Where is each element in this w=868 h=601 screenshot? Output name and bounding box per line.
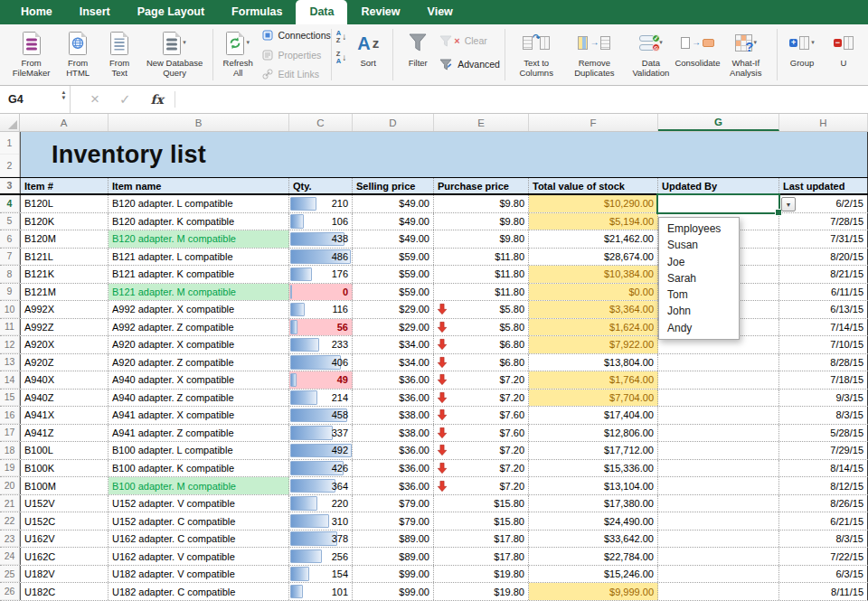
cell-total-value[interactable]: $10,290.00 [529,195,658,212]
cell-updated-by[interactable] [658,566,779,583]
cell-selling-price[interactable]: $49.00 [353,213,434,230]
cell-total-value[interactable]: $17,404.00 [529,407,658,424]
cell-total-value[interactable]: $1,624.00 [529,319,658,336]
cell-last-updated[interactable]: 7/22/15 [779,548,868,565]
cell-item-number[interactable]: U182C [20,583,108,600]
name-box[interactable]: G4 ▴▾ [0,86,71,113]
connections-button[interactable]: Connections [262,26,330,44]
row-number[interactable]: 3 [0,178,20,193]
row-number[interactable]: 1 [0,132,19,155]
refresh-all-button[interactable]: ▾ Refresh All [218,28,258,79]
consolidate-button[interactable]: → Consolidate [677,28,717,70]
cell-purchase-price[interactable]: $7.20 [434,460,529,477]
cell-purchase-price[interactable]: $7.60 [434,425,529,442]
cell-purchase-price[interactable]: $6.80 [434,354,529,371]
cell-last-updated[interactable]: 8/11/15 [779,583,868,600]
title-banner[interactable]: Inventory list [20,132,868,177]
cell-selling-price[interactable]: $79.00 [353,512,434,530]
cell-selling-price[interactable]: $59.00 [353,284,434,301]
cell-qty[interactable]: 406 [289,354,353,371]
cell-item-name[interactable]: A940 adapter. X compatible [108,371,289,389]
cell-total-value[interactable]: $24,490.00 [529,512,658,530]
cell-item-name[interactable]: A941 adapter. Z compatible [108,425,289,442]
cell-selling-price[interactable]: $38.00 [353,425,434,442]
row-number[interactable]: 19 [0,460,20,477]
cell-last-updated[interactable]: 8/3/15 [779,407,868,424]
row-number[interactable]: 14 [0,371,20,389]
row-number[interactable]: 10 [0,301,20,318]
cell-updated-by[interactable] [658,442,779,459]
cell-selling-price[interactable]: $59.00 [353,266,434,283]
cell-item-number[interactable]: A941Z [20,425,108,442]
cell-total-value[interactable]: $13,804.00 [529,354,658,371]
cell-qty[interactable]: 310 [289,512,353,530]
cell-last-updated[interactable]: 9/3/15 [779,390,868,407]
cell-last-updated[interactable]: 5/28/15 [779,425,868,442]
cell-item-number[interactable]: A992X [20,301,108,318]
cell-total-value[interactable]: $17,380.00 [529,495,658,512]
sort-button[interactable]: Az Sort [348,28,388,70]
cell-updated-by[interactable] [658,583,779,600]
cell-selling-price[interactable]: $36.00 [353,477,434,494]
cell-updated-by[interactable] [658,495,779,512]
cell-total-value[interactable]: $7,922.00 [529,336,658,353]
cell-total-value[interactable]: $12,806.00 [529,425,658,442]
row-number[interactable]: 20 [0,477,20,494]
column-header-D[interactable]: D [353,114,434,131]
cell-last-updated[interactable]: 8/3/15 [779,531,868,548]
cell-selling-price[interactable]: $79.00 [353,495,434,512]
cell-total-value[interactable]: $5,194.00 [529,213,658,230]
cell-purchase-price[interactable]: $17.80 [434,531,529,548]
ribbon-tab-view[interactable]: View [414,0,467,24]
row-number[interactable]: 6 [0,230,20,248]
cell-last-updated[interactable]: 6/13/15 [779,301,868,318]
row-number[interactable]: 21 [0,495,20,512]
cancel-icon[interactable]: × [90,90,99,108]
column-header-H[interactable]: H [779,114,868,131]
row-number[interactable]: 22 [0,512,20,530]
header-item-number[interactable]: Item # [20,178,108,193]
column-header-F[interactable]: F [529,114,658,131]
cell-item-name[interactable]: U152 adapter. C compatible [108,512,289,530]
cell-total-value[interactable]: $0.00 [529,284,658,301]
cell-total-value[interactable]: $1,764.00 [529,371,658,389]
cell-last-updated[interactable]: 8/28/15 [779,354,868,371]
cell-selling-price[interactable]: $49.00 [353,230,434,248]
cell-item-number[interactable]: B100L [20,442,108,459]
cell-item-number[interactable]: B121M [20,284,108,301]
ribbon-tab-data[interactable]: Data [296,0,347,24]
cell-last-updated[interactable]: 7/18/15 [779,371,868,389]
from-text-button[interactable]: From Text [99,28,139,79]
cell-qty[interactable]: 256 [289,548,353,565]
cell-selling-price[interactable]: $36.00 [353,390,434,407]
cell-qty[interactable]: 176 [289,266,353,283]
cell-updated-by[interactable] [658,354,779,371]
cell-total-value[interactable]: $22,784.00 [529,548,658,565]
cell-last-updated[interactable]: 8/12/15 [779,477,868,494]
cell-item-number[interactable]: U182V [20,566,108,583]
cell-item-number[interactable]: B100M [20,477,108,494]
cell-purchase-price[interactable]: $11.80 [434,284,529,301]
header-last-updated[interactable]: Last updated [779,178,868,193]
cell-purchase-price[interactable]: $11.80 [434,249,529,266]
cell-purchase-price[interactable]: $9.80 [434,195,529,212]
selected-cell-outline[interactable] [656,193,780,214]
dropdown-option-joe[interactable]: Joe [659,254,739,270]
cell-item-name[interactable]: A941 adapter. X compatible [108,407,289,424]
cell-updated-by[interactable] [658,512,779,530]
cell-item-number[interactable]: A940X [20,371,108,389]
row-number[interactable]: 13 [0,354,20,371]
cell-purchase-price[interactable]: $19.80 [434,583,529,600]
cell-purchase-price[interactable]: $6.80 [434,336,529,353]
cell-qty[interactable]: 56 [289,319,353,336]
cell-total-value[interactable]: $15,246.00 [529,566,658,583]
cell-item-name[interactable]: A992 adapter. Z compatible [108,319,289,336]
cell-selling-price[interactable]: $99.00 [353,566,434,583]
cell-item-number[interactable]: B120L [20,195,108,212]
cell-purchase-price[interactable]: $5.80 [434,319,529,336]
cell-item-number[interactable]: U162C [20,548,108,565]
row-number[interactable]: 2 [0,155,19,177]
cell-selling-price[interactable]: $34.00 [353,336,434,353]
cell-last-updated[interactable]: 6/21/15 [779,512,868,530]
cell-item-name[interactable]: A920 adapter. X compatible [108,336,289,353]
